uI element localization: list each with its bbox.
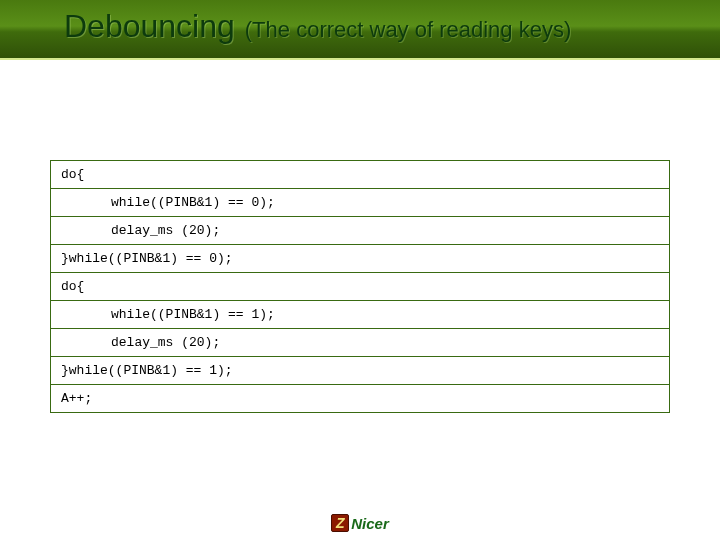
logo: Z Nicer	[331, 514, 389, 532]
code-line: }while((PINB&1) == 0);	[51, 245, 669, 273]
code-line: do{	[51, 161, 669, 189]
slide-header: Debouncing (The correct way of reading k…	[0, 0, 720, 60]
code-line: while((PINB&1) == 1);	[51, 301, 669, 329]
slide-footer: Z Nicer	[0, 514, 720, 532]
logo-text: Nicer	[351, 515, 389, 532]
code-line: }while((PINB&1) == 1);	[51, 357, 669, 385]
slide-content: do{ while((PINB&1) == 0); delay_ms (20);…	[0, 60, 720, 413]
slide-subtitle: (The correct way of reading keys)	[245, 17, 571, 43]
code-line: delay_ms (20);	[51, 329, 669, 357]
code-line: do{	[51, 273, 669, 301]
logo-badge: Z	[331, 514, 349, 532]
code-line: A++;	[51, 385, 669, 412]
code-line: while((PINB&1) == 0);	[51, 189, 669, 217]
code-line: delay_ms (20);	[51, 217, 669, 245]
slide-title: Debouncing	[64, 8, 235, 45]
code-box: do{ while((PINB&1) == 0); delay_ms (20);…	[50, 160, 670, 413]
